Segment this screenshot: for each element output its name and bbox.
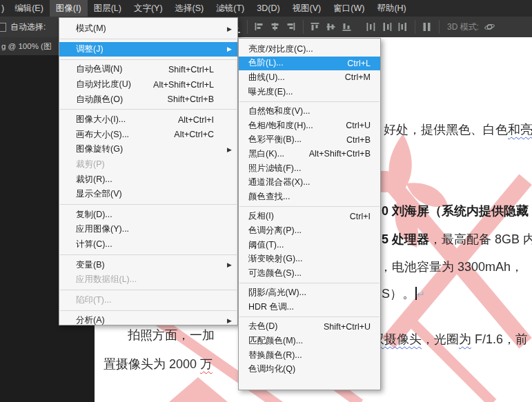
menu-item-shortcut: Ctrl+B [346, 135, 375, 145]
menu-item-label: 调整(J) [76, 43, 104, 55]
document-text-line: 双摄像头，光圈为 F/1.6，前 [372, 331, 528, 348]
text-segment: ↵ [417, 288, 426, 300]
menubar-item-0[interactable]: ) [0, 0, 8, 17]
document-text-line: 置摄像头为 2000 万 [104, 356, 213, 372]
menu-item[interactable]: 自动对比度(U)Alt+Shift+Ctrl+L [59, 77, 237, 92]
menubar-item-2[interactable]: 图像(I) [50, 0, 88, 17]
menu-item[interactable]: 分析(A)▶ [59, 313, 237, 328]
menu-item[interactable]: 色彩平衡(B)...Ctrl+B [239, 133, 380, 148]
menu-item-label: 复制(D)... [76, 209, 112, 221]
menu-item[interactable]: 显示全部(V) [59, 187, 237, 202]
align-vertical-centers-icon[interactable] [326, 22, 336, 32]
align-top-edges-icon[interactable] [310, 22, 320, 32]
text-segment: 5 处理器 [382, 232, 429, 246]
menubar-item-4[interactable]: 文字(Y) [128, 0, 169, 17]
menu-item[interactable]: 复制(D)... [59, 208, 237, 223]
menu-item[interactable]: 匹配颜色(M)... [239, 334, 380, 348]
menu-item[interactable]: 颜色查找... [239, 190, 380, 204]
menu-item[interactable]: 调整(J)▶ [59, 42, 237, 57]
distribute-right-edges-icon[interactable] [397, 22, 408, 32]
toolbar-separator [303, 20, 304, 34]
menu-item-shortcut: Ctrl+I [350, 212, 375, 221]
menu-item[interactable]: 裁切(R)... [59, 172, 237, 187]
menu-item-label: 阈值(T)... [248, 239, 284, 251]
menubar-item-6[interactable]: 滤镜(T) [210, 0, 250, 17]
text-segment: 置摄像头为 2000 [104, 357, 200, 371]
menubar-item-10[interactable]: 帮助(H) [371, 0, 412, 17]
menu-item[interactable]: 亮度/对比度(C)... [239, 42, 380, 57]
menu-item[interactable]: 替换颜色(R)... [239, 348, 380, 363]
menu-item-label: 色阶(L)... [248, 57, 284, 69]
menu-item[interactable]: 去色(D)Shift+Ctrl+U [239, 320, 380, 334]
menu-item[interactable]: 变量(B)▶ [59, 257, 237, 272]
toolbar-separator [247, 20, 248, 34]
menu-item[interactable]: 色相/饱和度(H)...Ctrl+U [239, 119, 380, 133]
menubar-item-8[interactable]: 视图(V) [286, 0, 328, 17]
menu-item-label: 曝光度(E)... [248, 86, 293, 98]
menu-item[interactable]: 自动颜色(O)Shift+Ctrl+B [59, 92, 237, 107]
text-segment: ，最高配备 8GB 内 [429, 232, 532, 246]
menu-item[interactable]: 照片滤镜(F)... [239, 161, 380, 176]
menu-item[interactable]: 阈值(T)... [239, 238, 380, 252]
menu-item-shortcut: Ctrl+M [345, 72, 375, 82]
menu-item[interactable]: 渐变映射(G)... [239, 252, 380, 266]
align-bottom-edges-icon[interactable] [342, 22, 352, 32]
menu-item-label: 色调均化(Q) [248, 363, 295, 375]
menubar-item-5[interactable]: 选择(S) [169, 0, 210, 17]
distribute-left-edges-icon[interactable] [366, 22, 376, 32]
3d-orbit-icon[interactable] [484, 22, 495, 32]
menu-item-label: 反相(I) [248, 210, 274, 222]
menu-item-label: 阴影/高光(W)... [248, 287, 306, 299]
menu-item[interactable]: 曝光度(E)... [239, 85, 380, 99]
menu-item[interactable]: 图像旋转(G)▶ [59, 142, 237, 157]
menu-separator [60, 204, 237, 205]
menu-item-shortcut: Alt+Shift+Ctrl+B [309, 149, 375, 159]
menu-item-label: 分析(A) [76, 314, 105, 326]
menu-item-label: 黑白(K)... [248, 148, 284, 160]
menu-item-shortcut: Shift+Ctrl+L [168, 65, 224, 74]
menu-item[interactable]: 色阶(L)...Ctrl+L [239, 57, 380, 71]
align-right-edges-icon[interactable] [286, 22, 296, 32]
menu-item[interactable]: 可选颜色(S)... [239, 266, 380, 281]
align-left-edges-icon[interactable] [254, 22, 264, 32]
document-text-line: 5 处理器，最高配备 8GB 内 [382, 231, 532, 248]
photoshop-window: )编辑(E)图像(I)图层(L)文字(Y)选择(S)滤镜(T)3D(D)视图(V… [0, 0, 532, 402]
menu-item[interactable]: 黑白(K)...Alt+Shift+Ctrl+B [239, 147, 380, 161]
menu-item-label: 照片滤镜(F)... [248, 163, 301, 174]
menubar-item-7[interactable]: 3D(D) [250, 0, 286, 17]
toolbar-separator [415, 20, 415, 34]
menu-item[interactable]: 模式(M)▶ [59, 21, 237, 37]
menu-separator [239, 101, 380, 102]
menu-separator [239, 316, 380, 317]
menu-item: 裁剪(P) [59, 157, 237, 172]
menu-item[interactable]: 反相(I)Ctrl+I [239, 210, 380, 224]
menu-item[interactable]: 自然饱和度(V)... [239, 104, 380, 119]
menu-item[interactable]: 阴影/高光(W)... [239, 286, 380, 301]
auto-select-checkbox[interactable] [0, 23, 6, 32]
menu-item[interactable]: 自动色调(N)Shift+Ctrl+L [59, 62, 237, 77]
toolbar-separator [439, 20, 440, 34]
align-horizontal-centers-icon[interactable] [270, 22, 280, 32]
text-segment: S）。 [382, 287, 415, 301]
menu-item-label: 自动颜色(O) [76, 94, 123, 105]
menu-item-label: 自动色调(N) [76, 63, 122, 75]
menu-item-label: 模式(M) [76, 23, 106, 34]
menu-item[interactable]: 曲线(U)...Ctrl+M [239, 70, 380, 85]
distribute-spacing-icon[interactable] [422, 22, 432, 32]
menu-item[interactable]: 画布大小(S)...Alt+Ctrl+C [59, 128, 237, 143]
menu-item-label: 渐变映射(G)... [248, 253, 302, 265]
auto-select-label: 自动选择: [10, 21, 46, 33]
menubar-item-3[interactable]: 图层(L) [88, 0, 128, 17]
menu-item[interactable]: HDR 色调... [239, 300, 380, 314]
menu-item[interactable]: 计算(C)... [59, 237, 237, 252]
menubar-item-9[interactable]: 窗口(W) [327, 0, 371, 17]
menubar-item-1[interactable]: 编辑(E) [8, 0, 50, 17]
menu-item[interactable]: 应用图像(Y)... [59, 222, 237, 237]
menu-separator [60, 39, 237, 39]
menu-item[interactable]: 色调分离(P)... [239, 223, 380, 238]
menu-item[interactable]: 通道混合器(X)... [239, 175, 380, 190]
menu-item[interactable]: 图像大小(I)...Alt+Ctrl+I [59, 112, 237, 128]
menu-item[interactable]: 色调均化(Q) [239, 362, 380, 376]
distribute-horizontal-centers-icon[interactable] [382, 22, 392, 32]
menu-item-label: 画布大小(S)... [76, 129, 129, 141]
